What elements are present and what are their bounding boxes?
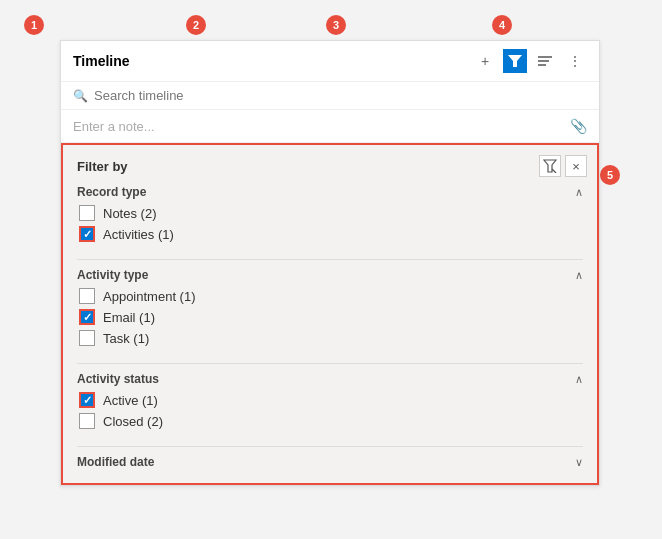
list-item: Active (1): [77, 392, 583, 408]
filter-clear-button[interactable]: [539, 155, 561, 177]
divider-1: [77, 259, 583, 260]
filter-button[interactable]: [503, 49, 527, 73]
filter-by-label: Filter by: [77, 159, 128, 174]
list-item: Appointment (1): [77, 288, 583, 304]
activity-type-label: Activity type: [77, 268, 148, 282]
record-type-chevron[interactable]: ∧: [575, 186, 583, 199]
note-input-area: Enter a note... 📎: [61, 110, 599, 143]
badge-5: 5: [600, 165, 620, 185]
list-item: Closed (2): [77, 413, 583, 429]
notes-label: Notes (2): [103, 206, 156, 221]
list-item: Activities (1): [77, 226, 583, 242]
timeline-title: Timeline: [73, 53, 473, 69]
badge-3: 2: [186, 15, 206, 35]
search-icon: 🔍: [73, 89, 88, 103]
modified-date-header: Modified date ∨: [77, 455, 583, 469]
appointment-checkbox[interactable]: [79, 288, 95, 304]
badge-2: 3: [326, 15, 346, 35]
notes-checkbox[interactable]: [79, 205, 95, 221]
timeline-panel: Timeline + ⋮ 🔍 Enter a note... 📎: [60, 40, 600, 486]
modified-date-chevron[interactable]: ∨: [575, 456, 583, 469]
task-checkbox[interactable]: [79, 330, 95, 346]
list-item: Task (1): [77, 330, 583, 346]
badge-4: 1: [24, 15, 44, 35]
sort-button[interactable]: [533, 49, 557, 73]
filter-section-record-type: Record type ∧ Notes (2) Activities (1): [63, 185, 597, 255]
closed-label: Closed (2): [103, 414, 163, 429]
activity-type-chevron[interactable]: ∧: [575, 269, 583, 282]
activity-status-chevron[interactable]: ∧: [575, 373, 583, 386]
divider-3: [77, 446, 583, 447]
list-item: Notes (2): [77, 205, 583, 221]
filter-panel-header: Filter by ×: [63, 155, 597, 185]
badge-1: 4: [492, 15, 512, 35]
email-checkbox[interactable]: [79, 309, 95, 325]
active-label: Active (1): [103, 393, 158, 408]
modified-date-label: Modified date: [77, 455, 154, 469]
sort-icon: [538, 55, 552, 67]
active-checkbox[interactable]: [79, 392, 95, 408]
filter-section-modified-date: Modified date ∨: [63, 455, 597, 483]
filter-panel: Filter by × Record type ∧: [61, 143, 599, 485]
list-item: Email (1): [77, 309, 583, 325]
appointment-label: Appointment (1): [103, 289, 196, 304]
filter-section-activity-status: Activity status ∧ Active (1) Closed (2): [63, 372, 597, 442]
record-type-label: Record type: [77, 185, 146, 199]
more-button[interactable]: ⋮: [563, 49, 587, 73]
svg-marker-0: [508, 55, 522, 67]
filter-icon: [508, 54, 522, 68]
filter-section-activity-type: Activity type ∧ Appointment (1) Email (1…: [63, 268, 597, 359]
task-label: Task (1): [103, 331, 149, 346]
activities-checkbox[interactable]: [79, 226, 95, 242]
search-bar: 🔍: [61, 82, 599, 110]
filter-panel-actions: ×: [539, 155, 587, 177]
clear-filter-icon: [543, 159, 557, 173]
divider-2: [77, 363, 583, 364]
activities-label: Activities (1): [103, 227, 174, 242]
attachment-icon: 📎: [570, 118, 587, 134]
activity-status-label: Activity status: [77, 372, 159, 386]
close-icon: ×: [572, 159, 580, 174]
closed-checkbox[interactable]: [79, 413, 95, 429]
filter-close-button[interactable]: ×: [565, 155, 587, 177]
timeline-header: Timeline + ⋮: [61, 41, 599, 82]
email-label: Email (1): [103, 310, 155, 325]
activity-type-header: Activity type ∧: [77, 268, 583, 282]
header-actions: + ⋮: [473, 49, 587, 73]
activity-status-header: Activity status ∧: [77, 372, 583, 386]
svg-marker-4: [544, 160, 556, 172]
note-placeholder: Enter a note...: [73, 119, 155, 134]
add-button[interactable]: +: [473, 49, 497, 73]
search-input[interactable]: [94, 88, 587, 103]
record-type-header: Record type ∧: [77, 185, 583, 199]
